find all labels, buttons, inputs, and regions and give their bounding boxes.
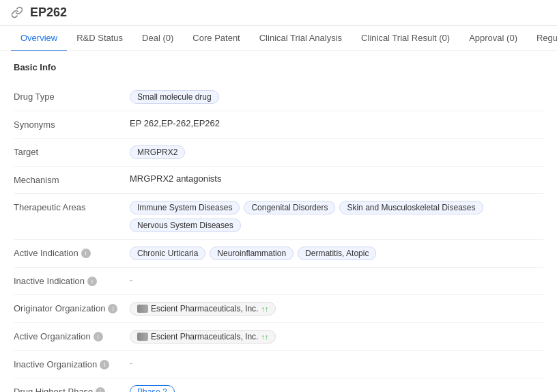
info-row-mechanism: MechanismMRGPRX2 antagonists [14, 167, 543, 194]
info-value-target: MRGPRX2 [130, 145, 543, 159]
info-value-active-indication: Chronic UrticariaNeuroinflammationDermat… [130, 247, 543, 260]
org-logo-active-org [137, 333, 148, 341]
info-row-active-org: Active OrganizationiEscient Pharmaceutic… [14, 323, 543, 351]
info-row-originator-org: Originator OrganizationiEscient Pharmace… [14, 295, 543, 323]
label-text-originator-org: Originator Organization [14, 303, 105, 313]
tag-active-indication[interactable]: Neuroinflammation [210, 247, 294, 260]
tag-therapeutic-areas[interactable]: Congenital Disorders [244, 201, 335, 214]
app-header: EP262 [0, 0, 557, 26]
info-value-inactive-indication: - [130, 275, 543, 285]
info-row-active-indication: Active IndicationiChronic UrticariaNeuro… [14, 240, 543, 268]
tag-therapeutic-areas[interactable]: Skin and Musculoskeletal Diseases [339, 201, 483, 214]
label-text-active-indication: Active Indication [14, 248, 78, 258]
info-label-active-indication: Active Indicationi [14, 247, 130, 258]
info-icon-drug-highest-phase: i [96, 387, 105, 393]
tag-drug-type[interactable]: Small molecule drug [130, 90, 219, 104]
label-text-inactive-indication: Inactive Indication [14, 276, 85, 286]
label-text-therapeutic-areas: Therapeutic Areas [14, 202, 86, 212]
info-label-drug-type: Drug Type [14, 90, 130, 102]
label-text-synonyms: Synonyms [14, 120, 55, 130]
section-title: Basic Info [14, 62, 543, 72]
label-text-target: Target [14, 147, 38, 157]
label-text-inactive-org: Inactive Organization [14, 359, 97, 369]
tag-target[interactable]: MRGPRX2 [130, 145, 185, 159]
drug-name: EP262 [30, 5, 67, 20]
info-icon-active-indication: i [81, 249, 91, 258]
org-arrow-active-org: ↑↑ [261, 333, 268, 341]
info-label-mechanism: Mechanism [14, 173, 130, 185]
tag-active-indication[interactable]: Chronic Urticaria [130, 247, 205, 260]
nav-tab-overview[interactable]: Overview [11, 26, 67, 51]
label-text-mechanism: Mechanism [14, 175, 59, 185]
label-text-drug-type: Drug Type [14, 92, 55, 102]
link-icon [11, 6, 25, 20]
info-value-mechanism: MRGPRX2 antagonists [130, 173, 543, 184]
org-tag-active-org[interactable]: Escient Pharmaceuticals, Inc.↑↑ [130, 330, 276, 344]
info-label-active-org: Active Organizationi [14, 330, 130, 341]
phase-tag-drug-highest-phase[interactable]: Phase 2 [130, 385, 175, 392]
org-arrow-originator-org: ↑↑ [261, 305, 268, 313]
nav-tab-deal[interactable]: Deal (0) [132, 26, 183, 51]
info-row-synonyms: SynonymsEP 262,EP-262,EP262 [14, 111, 543, 139]
tag-therapeutic-areas[interactable]: Nervous System Diseases [130, 219, 241, 232]
info-rows: Drug TypeSmall molecule drugSynonymsEP 2… [14, 83, 543, 392]
info-value-active-org: Escient Pharmaceuticals, Inc.↑↑ [130, 330, 543, 344]
nav-tab-core-patent[interactable]: Core Patent [183, 26, 249, 51]
nav-tab-rnd[interactable]: R&D Status [67, 26, 132, 51]
org-tag-originator-org[interactable]: Escient Pharmaceuticals, Inc.↑↑ [130, 302, 276, 316]
info-label-synonyms: Synonyms [14, 118, 130, 130]
nav-tab-approval[interactable]: Approval (0) [459, 26, 527, 51]
info-icon-inactive-org: i [100, 360, 109, 369]
info-row-drug-type: Drug TypeSmall molecule drug [14, 83, 543, 111]
tag-therapeutic-areas[interactable]: Immune System Diseases [130, 201, 240, 214]
info-label-therapeutic-areas: Therapeutic Areas [14, 201, 130, 212]
nav-tab-regulation[interactable]: Regulation (0) [527, 26, 557, 51]
label-text-drug-highest-phase: Drug Highest Phase [14, 387, 93, 392]
info-value-therapeutic-areas: Immune System DiseasesCongenital Disorde… [130, 201, 543, 232]
info-label-drug-highest-phase: Drug Highest Phasei [14, 385, 130, 392]
info-icon-active-org: i [94, 332, 103, 341]
info-label-target: Target [14, 145, 130, 157]
content: Basic Info Drug TypeSmall molecule drugS… [0, 51, 557, 392]
nav-tab-clinical-trial-result[interactable]: Clinical Trial Result (0) [352, 26, 459, 51]
info-label-inactive-org: Inactive Organizationi [14, 358, 130, 369]
info-row-target: TargetMRGPRX2 [14, 139, 543, 167]
info-value-drug-type: Small molecule drug [130, 90, 543, 104]
info-value-inactive-org: - [130, 358, 543, 368]
org-name-originator-org: Escient Pharmaceuticals, Inc. [151, 304, 258, 313]
info-row-drug-highest-phase: Drug Highest PhaseiPhase 2 [14, 378, 543, 392]
org-logo-originator-org [137, 305, 148, 313]
info-row-inactive-indication: Inactive Indicationi- [14, 268, 543, 295]
info-value-drug-highest-phase: Phase 2 [130, 385, 543, 392]
info-icon-originator-org: i [108, 304, 117, 313]
tag-active-indication[interactable]: Dermatitis, Atopic [298, 247, 376, 260]
basic-info-section: Basic Info Drug TypeSmall molecule drugS… [14, 62, 543, 392]
nav-tabs: OverviewR&D StatusDeal (0)Core PatentCli… [0, 26, 557, 51]
dash-value-inactive-org: - [130, 358, 132, 368]
info-icon-inactive-indication: i [87, 277, 97, 286]
info-label-originator-org: Originator Organizationi [14, 302, 130, 313]
text-value-synonyms: EP 262,EP-262,EP262 [130, 118, 220, 128]
info-row-inactive-org: Inactive Organizationi- [14, 351, 543, 378]
org-name-active-org: Escient Pharmaceuticals, Inc. [151, 332, 258, 341]
nav-tab-clinical-trial-analysis[interactable]: Clinical Trial Analysis [250, 26, 352, 51]
dash-value-inactive-indication: - [130, 275, 132, 285]
info-label-inactive-indication: Inactive Indicationi [14, 275, 130, 286]
label-text-active-org: Active Organization [14, 331, 91, 341]
info-value-originator-org: Escient Pharmaceuticals, Inc.↑↑ [130, 302, 543, 316]
info-row-therapeutic-areas: Therapeutic AreasImmune System DiseasesC… [14, 194, 543, 240]
text-value-mechanism: MRGPRX2 antagonists [130, 173, 221, 184]
info-value-synonyms: EP 262,EP-262,EP262 [130, 118, 543, 128]
